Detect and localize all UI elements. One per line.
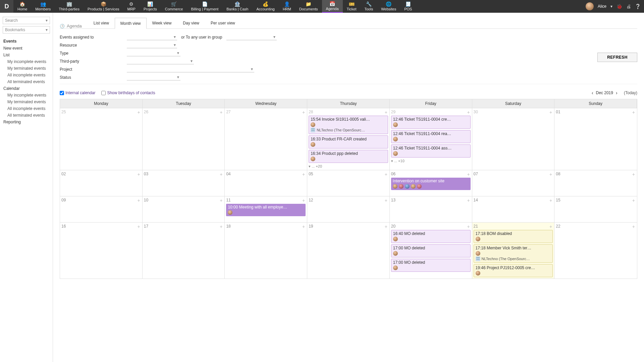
calendar-cell[interactable]: 05+ xyxy=(307,170,390,196)
calendar-event[interactable]: 17:00 MO deleted xyxy=(391,259,471,272)
thirdparty-select[interactable]: ▾ xyxy=(127,58,194,64)
add-event-icon[interactable]: + xyxy=(549,172,552,177)
calendar-cell[interactable]: 03+ xyxy=(143,170,225,196)
calendar-event[interactable]: 16:40 MO deleted xyxy=(391,230,471,243)
more-events-toggle[interactable]: ▾ ... +20 xyxy=(309,164,388,169)
assigned-select[interactable]: ▾ xyxy=(127,34,177,40)
calendar-event[interactable]: 15:54 Invoice SI1911-0005 vali…NLTechno … xyxy=(309,116,388,134)
add-event-icon[interactable]: + xyxy=(467,224,470,229)
calendar-cell[interactable]: 01+ xyxy=(554,108,637,170)
add-event-icon[interactable]: + xyxy=(220,224,222,229)
sidebar-sub-item[interactable]: All terminated events xyxy=(0,78,53,85)
nav-members[interactable]: 👥Members xyxy=(31,0,55,13)
add-event-icon[interactable]: + xyxy=(220,198,222,203)
sidebar-item[interactable]: List xyxy=(0,52,53,58)
tab-week-view[interactable]: Week view xyxy=(147,17,177,28)
add-event-icon[interactable]: + xyxy=(302,198,305,203)
refresh-button[interactable]: REFRESH xyxy=(597,53,637,62)
group-select[interactable]: ▾ xyxy=(226,34,277,40)
caret-down-icon[interactable]: ▾ xyxy=(610,4,612,9)
avatar[interactable] xyxy=(586,2,594,10)
calendar-event[interactable]: 16:33 Product FR-CAR created xyxy=(309,135,388,148)
nav-accounting[interactable]: 💰Accounting xyxy=(252,0,278,13)
tab-list-view[interactable]: List view xyxy=(88,17,115,28)
calendar-cell[interactable]: 29+12:46 Ticket TS1911-0004 cre…12:46 Ti… xyxy=(390,108,472,170)
add-event-icon[interactable]: + xyxy=(385,198,387,203)
calendar-cell[interactable]: 19+ xyxy=(307,222,390,279)
add-event-icon[interactable]: + xyxy=(220,172,222,177)
status-select[interactable]: ▾ xyxy=(127,74,180,80)
add-event-icon[interactable]: + xyxy=(138,172,140,177)
add-event-icon[interactable]: + xyxy=(138,110,140,115)
add-event-icon[interactable]: + xyxy=(549,198,552,203)
calendar-event[interactable]: 12:46 Ticket TS1911-0004 cre… xyxy=(391,116,471,129)
calendar-cell[interactable]: 25+ xyxy=(60,108,143,170)
nav-mrp[interactable]: ⚙MRP xyxy=(123,0,140,13)
project-select[interactable]: ▾ xyxy=(127,66,254,72)
calendar-cell[interactable]: 10+ xyxy=(143,196,225,222)
next-month-icon[interactable]: › xyxy=(616,90,618,96)
bug-icon[interactable]: 🐞 xyxy=(616,4,622,9)
calendar-event[interactable]: 12:46 Ticket TS1911-0004 ass… xyxy=(391,144,471,158)
nav-hrm[interactable]: 👤HRM xyxy=(279,0,295,13)
add-event-icon[interactable]: + xyxy=(385,224,387,229)
calendar-cell[interactable]: 16+ xyxy=(60,222,143,279)
add-event-icon[interactable]: + xyxy=(385,172,387,177)
calendar-event[interactable]: 17:00 MO deleted xyxy=(391,244,471,257)
nav-commerce[interactable]: 🛒Commerce xyxy=(161,0,187,13)
add-event-icon[interactable]: + xyxy=(220,110,222,115)
add-event-icon[interactable]: + xyxy=(632,224,635,229)
sidebar-sub-item[interactable]: My incomplete events xyxy=(0,58,53,65)
add-event-icon[interactable]: + xyxy=(138,224,140,229)
calendar-cell[interactable]: 08+ xyxy=(554,170,637,196)
more-events-toggle[interactable]: ▾ ... +10 xyxy=(391,159,471,163)
add-event-icon[interactable]: + xyxy=(632,172,635,177)
add-event-icon[interactable]: + xyxy=(467,172,470,177)
calendar-cell[interactable]: 22+ xyxy=(554,222,637,279)
birthdays-checkbox[interactable] xyxy=(101,91,106,95)
calendar-cell[interactable]: 28+15:54 Invoice SI1911-0005 vali…NLTech… xyxy=(307,108,390,170)
nav-home[interactable]: 🏠Home xyxy=(13,0,31,13)
calendar-cell[interactable]: 04+ xyxy=(225,170,307,196)
calendar-cell[interactable]: 13+ xyxy=(390,196,472,222)
nav-pos[interactable]: 🧾POS xyxy=(400,0,416,13)
calendar-cell[interactable]: 15+ xyxy=(554,196,637,222)
calendar-event[interactable]: 19:46 Project PJ1912-0005 cre… xyxy=(474,264,553,277)
nav-banks-cash[interactable]: 🏦Banks | Cash xyxy=(222,0,252,13)
add-event-icon[interactable]: + xyxy=(632,198,635,203)
bookmarks-dropdown[interactable]: Bookmarks ▾ xyxy=(3,26,50,34)
sidebar-sub-item[interactable]: All terminated events xyxy=(0,112,53,119)
sidebar-sub-item[interactable]: All incomplete events xyxy=(0,72,53,78)
add-event-icon[interactable]: + xyxy=(138,198,140,203)
add-event-icon[interactable]: + xyxy=(302,172,305,177)
sidebar-item[interactable]: Reporting xyxy=(0,119,53,125)
calendar-cell[interactable]: 14+ xyxy=(472,196,555,222)
calendar-event[interactable]: 17:18 Member Vick Smith ter…NLTechno (Th… xyxy=(474,244,553,263)
nav-billing-payment[interactable]: 📄Billing | Payment xyxy=(187,0,223,13)
sidebar-item[interactable]: New event xyxy=(0,45,53,52)
add-event-icon[interactable]: + xyxy=(385,110,387,115)
type-select[interactable]: ▾ xyxy=(127,50,180,56)
calendar-cell[interactable]: 06+Intervention on customer site xyxy=(390,170,472,196)
add-event-icon[interactable]: + xyxy=(549,224,552,229)
add-event-icon[interactable]: + xyxy=(467,198,470,203)
sidebar-sub-item[interactable]: My terminated events xyxy=(0,65,53,72)
username[interactable]: Alice xyxy=(598,4,606,9)
search-input[interactable]: Search ▾ xyxy=(3,17,50,24)
tab-day-view[interactable]: Day view xyxy=(177,17,205,28)
add-event-icon[interactable]: + xyxy=(632,110,635,115)
add-event-icon[interactable]: + xyxy=(302,224,305,229)
nav-documents[interactable]: 📁Documents xyxy=(295,0,322,13)
calendar-event[interactable]: 12:46 Ticket TS1911-0004 rea… xyxy=(391,130,471,143)
calendar-cell[interactable]: 21+17:18 BOM disabled17:18 Member Vick S… xyxy=(472,222,555,279)
birthdays-toggle[interactable]: Show birthdays of contacts xyxy=(101,90,155,95)
nav-ticket[interactable]: 🎫Ticket xyxy=(343,0,361,13)
calendar-cell[interactable]: 18+ xyxy=(225,222,307,279)
nav-websites[interactable]: 🌐Websites xyxy=(377,0,400,13)
calendar-event[interactable]: Intervention on customer site xyxy=(391,178,471,190)
nav-projects[interactable]: 📊Projects xyxy=(140,0,161,13)
tab-month-view[interactable]: Month view xyxy=(115,18,147,29)
print-icon[interactable]: 🖨 xyxy=(626,4,631,9)
sidebar-sub-item[interactable]: My incomplete events xyxy=(0,92,53,99)
app-logo[interactable]: D xyxy=(0,0,13,13)
